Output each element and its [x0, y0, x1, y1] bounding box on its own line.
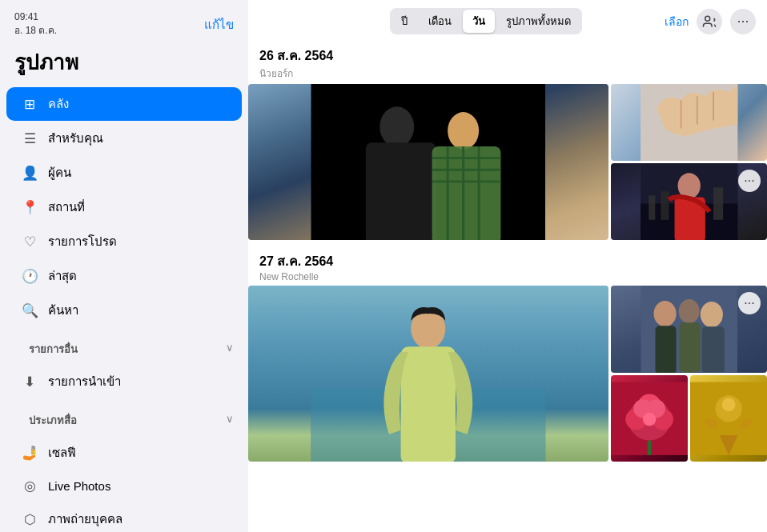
sidebar-item-label: ผู้คน	[48, 163, 71, 182]
day-date-1: 26 ส.ค. 2564	[259, 46, 756, 66]
sidebar-item-places[interactable]: 📍 สถานที่	[6, 190, 242, 224]
photo-side-2: ···	[611, 286, 767, 462]
sidebar-item-label: รายการโปรด	[48, 232, 117, 251]
sidebar-title: รูปภาพ	[0, 42, 248, 86]
photo-row-1: ···	[248, 84, 767, 240]
sidebar-item-favorites[interactable]: ♡ รายการโปรด	[6, 225, 242, 258]
select-button[interactable]: เลือก	[665, 13, 689, 30]
photo-area: 26 ส.ค. 2564 นิวยอร์ก	[248, 39, 767, 532]
sidebar: 09:41 อ. 18 ต.ค. แก้ไข รูปภาพ ⊞ คลัง ☰ ส…	[0, 0, 248, 532]
sidebar-item-label: รายการนำเข้า	[48, 372, 121, 391]
tab-day[interactable]: วัน	[463, 10, 495, 33]
photo-thumb-1b[interactable]: ···	[611, 163, 767, 240]
tab-all[interactable]: รูปภาพทั้งหมด	[496, 10, 580, 33]
favorites-icon: ♡	[21, 234, 38, 250]
section-other-header: รายการอื่น ∨	[0, 328, 248, 364]
sidebar-nav: ⊞ คลัง ☰ สำหรับคุณ 👤 ผู้คน 📍 สถานที่ ♡ ร…	[0, 86, 248, 532]
recent-icon: 🕐	[21, 268, 38, 285]
svg-point-4	[448, 112, 479, 150]
svg-rect-5	[432, 146, 501, 240]
photo-row-bottom	[611, 375, 767, 462]
photo-thumb-2a[interactable]: ···	[611, 286, 767, 373]
tab-bar: ปี เดือน วัน รูปภาพทั้งหมด	[390, 8, 582, 34]
svg-rect-30	[701, 326, 724, 372]
sidebar-item-label: สถานที่	[48, 198, 85, 217]
day-location-2: New Rochelle	[259, 271, 756, 282]
photo-thumb-1a[interactable]	[611, 84, 767, 161]
sidebar-item-live-photos[interactable]: ◎ Live Photos	[6, 470, 242, 502]
sidebar-item-people[interactable]: 👤 ผู้คน	[6, 156, 242, 190]
day-group-2: 27 ส.ค. 2564 New Rochelle	[248, 245, 767, 462]
section-other-label: รายการอื่น	[14, 334, 92, 361]
svg-rect-15	[649, 195, 655, 219]
photo-main-1[interactable]	[248, 84, 608, 240]
section-media-label: ประเภทสื่อ	[14, 406, 91, 432]
sidebar-item-label: ล่าสุด	[48, 266, 77, 286]
svg-point-0	[705, 16, 710, 21]
sidebar-item-for-you[interactable]: ☰ สำหรับคุณ	[6, 122, 242, 155]
svg-rect-26	[655, 326, 676, 372]
photo-main-2[interactable]	[248, 286, 608, 462]
tab-year[interactable]: ปี	[392, 10, 417, 33]
day-header-2: 27 ส.ค. 2564 New Rochelle	[248, 245, 767, 286]
day-group-1: 26 ส.ค. 2564 นิวยอร์ก	[248, 39, 767, 240]
svg-point-2	[379, 106, 414, 147]
tab-month[interactable]: เดือน	[419, 10, 461, 33]
svg-point-38	[642, 412, 656, 426]
sidebar-item-imports[interactable]: ⬇ รายการนำเข้า	[6, 365, 242, 398]
sidebar-item-label: ภาพถ่ายบุคคล	[48, 510, 122, 529]
people-icon: 👤	[21, 165, 38, 182]
imports-icon: ⬇	[21, 374, 38, 390]
svg-rect-23	[401, 346, 456, 462]
people-button[interactable]	[697, 9, 722, 34]
sidebar-item-label: เซลฟี	[48, 443, 76, 462]
more-options-button[interactable]: ···	[730, 9, 756, 34]
places-icon: 📍	[21, 199, 38, 216]
library-icon: ⊞	[21, 96, 38, 113]
chevron-down-icon: ∨	[226, 413, 234, 425]
topbar-right: เลือก ···	[665, 9, 756, 34]
sidebar-item-label: คลัง	[48, 94, 69, 114]
photo-thumb-2c[interactable]	[690, 375, 767, 462]
search-icon: 🔍	[21, 302, 38, 319]
day-date-2: 27 ส.ค. 2564	[259, 251, 756, 271]
svg-rect-3	[366, 142, 436, 240]
topbar: ปี เดือน วัน รูปภาพทั้งหมด เลือก ···	[248, 0, 767, 39]
status-time: 09:41	[14, 11, 57, 22]
svg-point-25	[653, 301, 676, 326]
sidebar-item-search[interactable]: 🔍 ค้นหา	[6, 294, 242, 327]
photo-row-2: ···	[248, 286, 767, 462]
more-button-2[interactable]: ···	[738, 292, 761, 314]
sidebar-item-selfie[interactable]: 🤳 เซลฟี	[6, 436, 242, 470]
sidebar-header: 09:41 อ. 18 ต.ค. แก้ไข	[0, 0, 248, 42]
status-date: อ. 18 ต.ค.	[14, 22, 57, 38]
status-bar: 09:41 อ. 18 ต.ค.	[14, 11, 57, 38]
sidebar-item-label: ค้นหา	[48, 301, 78, 320]
sidebar-item-label: Live Photos	[48, 479, 110, 493]
day-header-1: 26 ส.ค. 2564 นิวยอร์ก	[248, 39, 767, 84]
more-button-1[interactable]: ···	[738, 170, 761, 192]
svg-rect-17	[713, 187, 723, 219]
main-content: ปี เดือน วัน รูปภาพทั้งหมด เลือก ··· 26 …	[248, 0, 767, 532]
photo-side-1: ···	[611, 84, 767, 240]
svg-point-42	[722, 398, 736, 411]
svg-point-27	[678, 299, 699, 323]
svg-rect-28	[679, 322, 700, 372]
photo-thumb-2b[interactable]	[611, 375, 688, 462]
section-media-header: ประเภทสื่อ ∨	[0, 399, 248, 435]
live-photos-icon: ◎	[21, 478, 38, 494]
day-location-1: นิวยอร์ก	[259, 66, 756, 81]
portrait-icon: ⬡	[21, 511, 38, 528]
edit-button[interactable]: แก้ไข	[204, 15, 234, 34]
chevron-down-icon: ∨	[226, 342, 234, 354]
selfie-icon: 🤳	[21, 445, 38, 462]
for-you-icon: ☰	[21, 130, 38, 147]
sidebar-item-portrait[interactable]: ⬡ ภาพถ่ายบุคคล	[6, 502, 242, 532]
sidebar-item-library[interactable]: ⊞ คลัง	[6, 87, 242, 121]
sidebar-item-recent[interactable]: 🕐 ล่าสุด	[6, 259, 242, 293]
svg-point-29	[700, 302, 722, 327]
svg-rect-16	[661, 191, 669, 219]
sidebar-item-label: สำหรับคุณ	[48, 129, 103, 148]
